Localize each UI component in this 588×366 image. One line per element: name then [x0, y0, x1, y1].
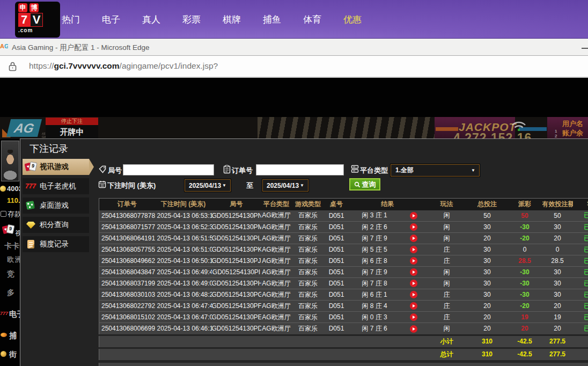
- cell-order-id: 250413068071577: [99, 222, 155, 233]
- table-seat-digits: 12: [555, 129, 557, 138]
- records-table-body: 2504130680778782025-04-13 06:53:10GD0512…: [99, 210, 588, 334]
- date-from-select[interactable]: 2025/04/13 ▼: [185, 179, 231, 192]
- sidebar-item-3[interactable]: 积分查询: [23, 217, 89, 233]
- replay-play-button[interactable]: [410, 212, 417, 219]
- cards-icon: [25, 161, 38, 173]
- arcade-menu[interactable]: 街: [9, 350, 17, 360]
- total-bet: 310: [467, 349, 508, 360]
- modal-sidebar: 视讯游戏电子老虎机桌面游戏积分查询额度记录: [23, 159, 95, 255]
- chevron-down-icon: ▼: [222, 183, 230, 188]
- cash-balance: 110.: [7, 196, 20, 204]
- cell-game-type: 百家乐: [292, 244, 325, 255]
- sidebar-item-label: 额度记录: [40, 239, 69, 249]
- total-row: 总计 310 -42.5 277.5: [99, 349, 588, 360]
- slot-777-icon: [25, 180, 38, 192]
- total-label: 总计: [427, 349, 467, 360]
- cell-table-no: D051: [325, 244, 349, 255]
- cell-result: 闲 8 庄 4: [349, 301, 401, 312]
- nav-item-6[interactable]: 体育: [303, 13, 321, 26]
- subtotal-row: 小计 310 -42.5 277.5: [99, 336, 588, 347]
- replay-play-button[interactable]: [410, 313, 417, 321]
- replay-play-button[interactable]: [410, 223, 417, 231]
- round-input[interactable]: [123, 164, 214, 175]
- sidebar-item-2[interactable]: 桌面游戏: [23, 197, 89, 214]
- replay-play-button[interactable]: [410, 280, 417, 287]
- nav-item-3[interactable]: 彩票: [182, 13, 201, 26]
- table-row: 2504130680371992025-04-13 06:49:08GD0512…: [99, 278, 588, 289]
- cell-bet-time: 2025-04-13 06:50:19: [155, 255, 212, 267]
- sidebar-item-label: 积分查询: [40, 220, 69, 230]
- cell-game-type: 百家乐: [292, 323, 325, 334]
- fishing-menu[interactable]: 捕: [9, 331, 17, 341]
- cell-replay: [401, 289, 427, 301]
- cell-play-type: 庄: [427, 289, 467, 301]
- cell-bet-time: 2025-04-13 06:53:10: [155, 210, 212, 222]
- cell-round-id: GD051254130PN: [212, 210, 261, 222]
- document-icon: [25, 238, 38, 250]
- url-bar[interactable]: https://gci.7vvvvvv.com/agingame/pcv1/in…: [0, 56, 588, 78]
- nav-item-5[interactable]: 捕鱼: [263, 13, 281, 26]
- platform-type-label: 平台类型: [360, 166, 388, 175]
- deposit-button[interactable]: 存款: [1, 209, 21, 219]
- chevron-down-icon: ▼: [300, 183, 308, 188]
- cell-result: 闲 7 庄 8: [349, 278, 401, 289]
- nav-item-2[interactable]: 真人: [142, 13, 160, 26]
- nav-item-0[interactable]: 热门: [62, 13, 80, 26]
- arcade-icon: [1, 351, 6, 357]
- cell-total-bet: 30: [467, 255, 508, 267]
- cell-valid-bet: 50: [542, 210, 573, 222]
- nav-item-1[interactable]: 电子: [102, 13, 120, 26]
- cell-platform: AG欧洲厅: [261, 222, 292, 233]
- table-row: 2504130680151022025-04-13 06:47:02GD0512…: [99, 312, 588, 323]
- date-to-select[interactable]: 2025/04/13 ▼: [262, 179, 308, 192]
- replay-play-button[interactable]: [410, 302, 417, 310]
- sidebar-item-4[interactable]: 额度记录: [23, 236, 89, 252]
- cell-round-id: GD051254130PE: [212, 312, 261, 323]
- col-header-11: 状态: [573, 199, 588, 210]
- cell-replay: [401, 222, 427, 233]
- cell-round-id: GD051254130PK: [212, 244, 261, 255]
- cell-valid-bet: 20: [542, 233, 573, 244]
- cell-payout: 0: [508, 244, 542, 255]
- cell-result: 闲 7 庄 9: [349, 267, 401, 278]
- platform-select[interactable]: 1.全部 ▼: [391, 164, 480, 177]
- cell-play-type: 庄: [427, 244, 467, 255]
- cell-payout: -30: [508, 222, 542, 233]
- cell-platform: AG欧洲厅: [261, 323, 292, 334]
- minimize-button[interactable]: [582, 48, 588, 49]
- cell-play-type: 庄: [427, 255, 467, 267]
- cell-game-type: 百家乐: [292, 222, 325, 233]
- site-logo[interactable]: 申 博 7 V .com: [15, 2, 60, 38]
- order-input[interactable]: [256, 164, 344, 175]
- replay-play-button[interactable]: [410, 325, 417, 333]
- col-header-1: 下注时间 (美东): [155, 199, 212, 210]
- col-header-5: 桌号: [325, 199, 349, 210]
- replay-play-button[interactable]: [410, 291, 417, 298]
- cell-total-bet: 30: [467, 289, 508, 301]
- cell-game-type: 百家乐: [292, 301, 325, 312]
- cell-round-id: GD051254130PM: [212, 222, 261, 233]
- sidebar-item-0[interactable]: 视讯游戏: [23, 159, 89, 175]
- nav-item-7[interactable]: 优惠: [343, 13, 362, 26]
- cell-total-bet: 30: [467, 278, 508, 289]
- col-header-8: 总投注: [467, 199, 508, 210]
- replay-play-button[interactable]: [410, 268, 417, 276]
- cell-order-id: 250413068077878: [99, 210, 155, 222]
- logo-badges: 申 博: [18, 3, 60, 12]
- nav-item-4[interactable]: 棋牌: [223, 13, 241, 26]
- sidebar-video-games[interactable]: 视: [0, 224, 22, 238]
- cell-bet-time: 2025-04-13 06:47:47: [155, 301, 212, 312]
- sidebar-item-1[interactable]: 电子老虎机: [23, 178, 89, 194]
- table-row: 2504130680715772025-04-13 06:52:32GD0512…: [99, 222, 588, 233]
- url-text[interactable]: https://gci.7vvvvvv.com/agingame/pcv1/in…: [29, 61, 218, 71]
- replay-play-button[interactable]: [410, 246, 417, 253]
- table-row: 2504130680778782025-04-13 06:53:10GD0512…: [99, 210, 588, 222]
- table-row: 2504130680438472025-04-13 06:49:44GD0512…: [99, 267, 588, 278]
- cell-order-id: 250413068049662: [99, 255, 155, 267]
- replay-play-button[interactable]: [410, 257, 417, 265]
- deposit-icon: [1, 211, 6, 217]
- cell-round-id: GD051254130PL: [212, 233, 261, 244]
- card-label: 卡卡: [4, 241, 19, 251]
- replay-play-button[interactable]: [410, 235, 417, 242]
- query-button[interactable]: 查询: [349, 178, 380, 191]
